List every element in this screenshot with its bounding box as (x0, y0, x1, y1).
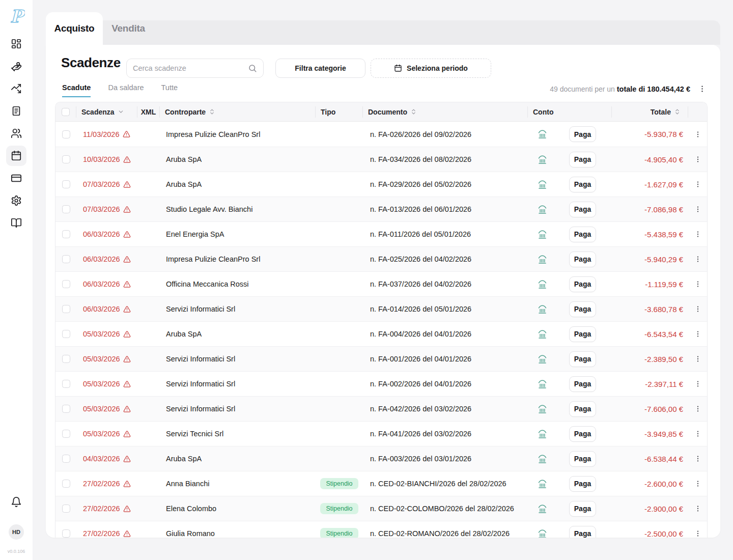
row-menu-button[interactable] (693, 404, 702, 414)
pay-button[interactable]: Paga (569, 401, 596, 417)
pay-button[interactable]: Paga (569, 276, 596, 292)
row-menu-button[interactable] (693, 229, 702, 239)
due-date-cell: 05/03/2026 (76, 347, 137, 371)
column-header-scadenza[interactable]: Scadenza (76, 106, 137, 118)
row-checkbox[interactable] (62, 280, 70, 288)
sidebar-item-payments[interactable] (6, 56, 26, 76)
counterparty: Servizi Informatici Srl (166, 380, 235, 388)
sidebar-item-scadenze[interactable] (6, 146, 26, 166)
row-checkbox[interactable] (62, 255, 70, 263)
table-row[interactable]: 05/03/2026 Servizi Informatici Srl n. FA… (55, 371, 707, 396)
select-period-button[interactable]: Seleziona periodo (371, 59, 491, 78)
sidebar-item-documents[interactable] (6, 101, 26, 121)
column-header-documento[interactable]: Documento (363, 106, 528, 118)
pay-button[interactable]: Paga (569, 126, 596, 142)
column-header-tipo[interactable]: Tipo (316, 106, 363, 118)
pay-button[interactable]: Paga (569, 476, 596, 492)
row-checkbox[interactable] (62, 180, 70, 188)
table-row[interactable]: 06/03/2026 Enel Energia SpA n. FA-011/20… (55, 221, 707, 246)
pay-button[interactable]: Paga (569, 227, 596, 242)
row-menu-button[interactable] (693, 304, 702, 314)
pay-button[interactable]: Paga (569, 251, 596, 267)
summary-menu-button[interactable] (697, 83, 707, 94)
pay-button[interactable]: Paga (569, 202, 596, 217)
table-row[interactable]: 06/03/2026 Servizi Informatici Srl n. FA… (55, 296, 707, 321)
pay-button[interactable]: Paga (569, 152, 596, 167)
column-header-totale[interactable]: Totale (612, 106, 688, 118)
sidebar-item-cards[interactable] (6, 168, 26, 188)
row-checkbox[interactable] (62, 405, 70, 413)
pay-button[interactable]: Paga (569, 426, 596, 442)
pay-button[interactable]: Paga (569, 177, 596, 192)
pay-button[interactable]: Paga (569, 526, 596, 538)
row-menu-button[interactable] (693, 354, 702, 364)
row-checkbox[interactable] (62, 355, 70, 363)
select-all-checkbox[interactable] (62, 108, 70, 116)
user-avatar[interactable]: HD (9, 524, 24, 540)
row-menu-button[interactable] (693, 479, 702, 489)
column-header-conto[interactable]: Conto (528, 106, 612, 118)
pay-button[interactable]: Paga (569, 301, 596, 317)
row-menu-button[interactable] (693, 129, 702, 139)
table-row[interactable]: 05/03/2026 Aruba SpA n. FA-004/2026 del … (55, 321, 707, 346)
row-checkbox[interactable] (62, 330, 70, 338)
subtab-scadute[interactable]: Scadute (62, 83, 91, 97)
row-menu-button[interactable] (693, 454, 702, 464)
subtab-tutte[interactable]: Tutte (161, 83, 178, 97)
table-row[interactable]: 07/03/2026 Studio Legale Avv. Bianchi n.… (55, 197, 707, 221)
row-menu-button[interactable] (693, 154, 702, 164)
row-menu-button[interactable] (693, 279, 702, 289)
table-row[interactable]: 10/03/2026 Aruba SpA n. FA-034/2026 del … (55, 147, 707, 172)
row-checkbox[interactable] (62, 529, 70, 538)
table-row[interactable]: 05/03/2026 Servizi Informatici Srl n. FA… (55, 346, 707, 371)
row-menu-button[interactable] (693, 429, 702, 439)
table-row[interactable]: 07/03/2026 Aruba SpA n. FA-029/2026 del … (55, 172, 707, 197)
pay-button[interactable]: Paga (569, 326, 596, 342)
table-row[interactable]: 05/03/2026 Servizi Tecnici Srl n. FA-041… (55, 421, 707, 446)
table-row[interactable]: 11/03/2026 Impresa Pulizie CleanPro Srl … (55, 122, 707, 147)
table-row[interactable]: 04/03/2026 Aruba SpA n. FA-003/2026 del … (55, 446, 707, 471)
filter-categories-button[interactable]: Filtra categorie (275, 59, 365, 78)
row-checkbox[interactable] (62, 205, 70, 213)
row-checkbox[interactable] (62, 505, 70, 513)
table-row[interactable]: 06/03/2026 Officina Meccanica Rossi n. F… (55, 271, 707, 296)
row-menu-button[interactable] (693, 503, 702, 514)
row-checkbox[interactable] (62, 480, 70, 488)
table-row[interactable]: 05/03/2026 Servizi Informatici Srl n. FA… (55, 396, 707, 421)
pay-button[interactable]: Paga (569, 451, 596, 467)
row-menu-button[interactable] (693, 204, 702, 214)
row-checkbox[interactable] (62, 430, 70, 438)
notifications-button[interactable] (6, 492, 26, 512)
sidebar-item-trends[interactable] (6, 78, 26, 99)
pay-button[interactable]: Paga (569, 376, 596, 392)
subtab-da-saldare[interactable]: Da saldare (108, 83, 144, 97)
row-checkbox[interactable] (62, 305, 70, 313)
row-menu-button[interactable] (693, 179, 702, 189)
column-header-controparte[interactable]: Controparte (160, 106, 316, 118)
column-header-xml[interactable]: XML (137, 106, 160, 118)
tab-vendita[interactable]: Vendita (103, 12, 154, 45)
table-row[interactable]: 27/02/2026 Elena Colombo Stipendio n. CE… (55, 496, 707, 521)
row-menu-button[interactable] (693, 329, 702, 339)
search-box[interactable] (126, 59, 264, 78)
pay-button[interactable]: Paga (569, 351, 596, 367)
tab-acquisto[interactable]: Acquisto (46, 12, 103, 45)
row-checkbox[interactable] (62, 155, 70, 163)
row-checkbox[interactable] (62, 380, 70, 388)
search-input[interactable] (133, 64, 248, 72)
table-row[interactable]: 27/02/2026 Anna Bianchi Stipendio n. CED… (55, 471, 707, 496)
row-menu-button[interactable] (693, 254, 702, 264)
pay-button[interactable]: Paga (569, 501, 596, 517)
sidebar-item-dashboard[interactable] (6, 34, 26, 54)
sidebar-item-settings[interactable] (6, 190, 26, 211)
app-logo[interactable]: P (6, 5, 26, 30)
row-menu-button[interactable] (693, 379, 702, 389)
sidebar-item-guide[interactable] (6, 213, 26, 233)
row-checkbox[interactable] (62, 130, 70, 138)
sidebar-item-contacts[interactable] (6, 123, 26, 144)
table-row[interactable]: 06/03/2026 Impresa Pulizie CleanPro Srl … (55, 246, 707, 271)
row-checkbox[interactable] (62, 455, 70, 463)
row-checkbox[interactable] (62, 230, 70, 238)
row-menu-button[interactable] (693, 528, 702, 538)
table-row[interactable]: 27/02/2026 Giulia Romano Stipendio n. CE… (55, 521, 707, 538)
